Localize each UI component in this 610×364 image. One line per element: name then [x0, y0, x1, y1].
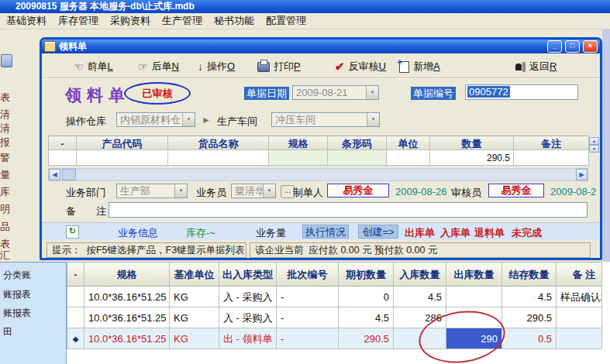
cell-out-selected[interactable]: 290 — [446, 328, 502, 349]
scroll-left-icon[interactable]: ◀ — [49, 169, 60, 180]
bg-text-fragment: 清 — [0, 108, 11, 120]
scroll-right-icon[interactable]: ▶ — [576, 169, 588, 180]
scrollbar-thumb[interactable] — [62, 169, 76, 180]
item-grid-header: - 产品代码 货品名称 规格 条形码 单位 数量 备注 — [49, 136, 589, 150]
cell-balance[interactable]: 0.5 — [502, 328, 557, 349]
cell-remark[interactable]: 样品确认材料 — [557, 287, 602, 307]
return-button[interactable]: 返回R — [515, 60, 557, 74]
cell-unit[interactable]: KG — [170, 328, 219, 349]
auditor-date: 2009-08-2 — [550, 186, 596, 197]
warehouse-combo[interactable]: 内销原材料仓 ▼ — [116, 112, 195, 127]
grid-cell-remark[interactable] — [514, 150, 589, 166]
cell-out[interactable] — [446, 287, 502, 307]
chevron-down-icon[interactable]: ▼ — [182, 113, 195, 126]
tree-item[interactable]: 田 — [3, 325, 12, 338]
return-doc-link[interactable]: 退料单 — [474, 226, 505, 240]
cell-batch[interactable]: - — [277, 287, 339, 307]
grid-cell-unit[interactable] — [387, 150, 430, 166]
action-button[interactable]: ↓ 操作O — [198, 60, 235, 74]
grid-horizontal-scrollbar[interactable]: ◀ ▶ — [48, 168, 588, 181]
cell-io-type[interactable]: 入 - 采购入 — [219, 287, 277, 307]
add-new-button[interactable]: + 新增A — [399, 60, 440, 74]
close-button[interactable]: × — [583, 40, 598, 53]
check-icon: ✔ — [335, 61, 345, 72]
minimize-button[interactable]: _ — [547, 40, 562, 53]
workshop-combo[interactable]: 冲压车间 ▼ — [271, 112, 380, 127]
cell-in[interactable]: 4.5 — [394, 287, 446, 307]
cell-remark[interactable] — [557, 328, 602, 349]
menu-item-inventory[interactable]: 库存管理 — [58, 14, 98, 28]
table-row[interactable]: 10.0*36.16*51.25 KG 入 - 采购入 - 4.5 286 29… — [67, 307, 602, 328]
refresh-icon[interactable]: ↻ — [66, 225, 79, 239]
grid-cell-spec[interactable] — [269, 150, 328, 166]
cell-unit[interactable]: KG — [170, 307, 219, 328]
chevron-down-icon[interactable]: ▼ — [366, 86, 378, 99]
grid-cell-code[interactable] — [77, 150, 168, 166]
header-remark: 备注 — [514, 136, 589, 150]
menu-item-purchase[interactable]: 采购资料 — [110, 14, 150, 28]
unaudit-button[interactable]: ✔ 反审核U — [335, 60, 386, 74]
dept-combo[interactable]: 生产部 ▼ — [116, 184, 188, 198]
biz-info-link[interactable]: 业务信息 — [118, 226, 158, 240]
grid-cell-barcode[interactable] — [328, 150, 387, 166]
cell-spec[interactable]: 10.0*36.16*51.25 — [84, 328, 170, 349]
clerk-combo[interactable]: 粟清华 ▼ — [231, 184, 276, 198]
inbound-doc-link[interactable]: 入库单 — [440, 226, 470, 240]
item-grid-row[interactable]: 290.5 — [49, 150, 589, 166]
bg-text-fragment: 清 — [0, 122, 11, 134]
cell-remark[interactable] — [557, 307, 602, 328]
menu-item-production[interactable]: 生产管理 — [162, 14, 202, 28]
grid-cell-qty[interactable]: 290.5 — [430, 150, 514, 166]
menu-item-secretary[interactable]: 秘书功能 — [214, 14, 254, 28]
cell-begin[interactable]: 4.5 — [339, 307, 394, 328]
cell-io-type[interactable]: 入 - 采购入 — [219, 307, 277, 328]
table-row[interactable]: 10.0*36.16*51.25 KG 入 - 采购入 - 0 4.5 4.5 … — [67, 287, 602, 307]
scroll-up-icon[interactable]: ▲ — [589, 137, 599, 145]
grid-cell-name[interactable] — [168, 150, 269, 166]
menu-item-config[interactable]: 配置管理 — [266, 14, 306, 28]
cell-balance[interactable]: 4.5 — [502, 287, 557, 307]
cell-balance[interactable]: 290.5 — [502, 307, 557, 328]
cell-unit[interactable]: KG — [170, 287, 219, 307]
stock-link[interactable]: 库存-~ — [186, 226, 215, 240]
cell-batch[interactable]: - — [277, 328, 339, 349]
doc-no-input[interactable]: 0905772 — [465, 84, 578, 100]
chevron-down-icon[interactable]: ▼ — [174, 184, 187, 197]
cell-in[interactable]: 286 — [394, 307, 446, 328]
cell-spec[interactable]: 10.0*36.16*51.25 — [84, 307, 170, 328]
tree-item[interactable]: 账报表 — [3, 307, 31, 320]
main-titlebar[interactable]: 20090815 服务器 本地服务-db\止式库.mdb — [0, 0, 610, 13]
create-button[interactable]: 创建=> — [358, 225, 398, 239]
print-button[interactable]: 打印P — [257, 60, 301, 74]
cell-batch[interactable]: - — [277, 307, 339, 328]
clerk-label: 业务员 — [196, 186, 226, 199]
scroll-down-icon[interactable]: ▼ — [589, 145, 599, 153]
header-out-qty: 出库数量 — [446, 262, 502, 287]
maker-label: 制单人 — [293, 186, 323, 199]
header-balance-qty: 结存数量 — [502, 262, 557, 287]
tree-item[interactable]: 账报表 — [3, 288, 31, 301]
cell-begin[interactable]: 290.5 — [339, 328, 394, 349]
stock-ledger-table: - 规格 基准单位 出入库类型 批次编号 期初数量 入库数量 出库数量 结存数量… — [67, 262, 602, 349]
chevron-down-icon[interactable]: ▼ — [263, 184, 275, 197]
next-doc-button[interactable]: ☞ 后单N — [138, 60, 179, 74]
table-row-selected[interactable]: ◆ 10.0*36.16*51.25 KG 出 - 领料单 - 290.5 29… — [67, 328, 602, 349]
tree-item[interactable]: 分类账 — [3, 269, 31, 282]
toolbar-separator — [42, 77, 600, 79]
exec-status-button[interactable]: 执行情况 — [302, 225, 349, 239]
remark-input[interactable] — [109, 202, 588, 218]
cell-out[interactable] — [446, 307, 502, 328]
cell-io-type[interactable]: 出 - 领料单 — [219, 328, 277, 349]
hint-statusbar: 提示： 按F5键选择产品，F3键显示单据列表 — [47, 242, 246, 258]
chevron-down-icon[interactable]: ▼ — [367, 113, 379, 126]
cell-begin[interactable]: 0 — [339, 287, 394, 307]
maximize-button[interactable]: □ — [565, 40, 580, 53]
doc-date-label: 单据日期 — [244, 87, 289, 100]
prev-doc-button[interactable]: ☜ 前单L — [74, 60, 113, 74]
outbound-doc-link[interactable]: 出库单 — [405, 226, 435, 240]
doc-date-combo[interactable]: 2009-08-21 ▼ — [292, 85, 379, 100]
menu-item-base-data[interactable]: 基础资料 — [6, 14, 47, 28]
dialog-titlebar[interactable]: 领料单 _ □ × — [42, 39, 600, 53]
cell-in[interactable] — [394, 328, 446, 349]
cell-spec[interactable]: 10.0*36.16*51.25 — [84, 287, 170, 307]
